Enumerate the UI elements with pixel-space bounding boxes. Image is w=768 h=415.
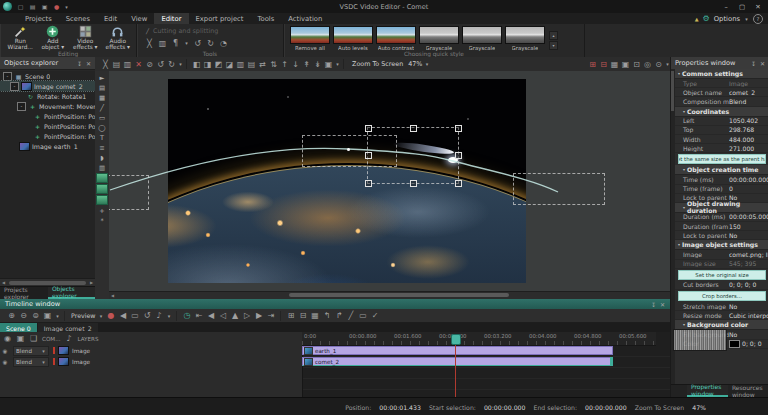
effects-tool-icon[interactable]: ▥ <box>158 38 167 48</box>
more-icon[interactable]: ▾ <box>64 2 69 12</box>
safe-zone-icon[interactable]: ▣ <box>621 59 630 69</box>
undo-icon[interactable]: ↺ <box>156 59 165 69</box>
selection-handle[interactable] <box>410 125 417 132</box>
property-value[interactable]: 00:00:00.000 <box>729 176 768 183</box>
property-value[interactable]: 150 <box>729 223 768 230</box>
insert-row-icon[interactable]: ⊞ <box>287 311 296 321</box>
move-up-icon[interactable]: ↑ <box>280 59 289 69</box>
copy-icon[interactable]: ▤ <box>112 59 121 69</box>
align-top-icon[interactable]: ◩ <box>214 59 223 69</box>
tree-item-pointposition-pointpositio[interactable]: +PointPosition: PointPositio <box>0 121 95 131</box>
scene-tool-icon[interactable]: ▤ <box>97 83 107 92</box>
property-row[interactable]: Object namecomet_2 <box>675 88 768 97</box>
step-back-icon[interactable]: ◁ <box>219 311 228 321</box>
notification-icon[interactable]: ▲ <box>695 16 699 22</box>
frame-view-icon[interactable]: ▣ <box>43 311 52 321</box>
property-value[interactable]: 0; 0; 0 <box>729 340 768 348</box>
color-swatch[interactable] <box>729 340 740 348</box>
property-row[interactable]: TypeImage <box>675 79 768 88</box>
selection-handle[interactable] <box>455 152 462 159</box>
run-wizard-button[interactable]: Run Wizard... <box>6 25 35 50</box>
property-row[interactable]: Time (ms)00:00:00.000 <box>675 175 768 184</box>
property-section-common-settings[interactable]: ▾Common settings <box>675 69 768 79</box>
property-value[interactable]: 298.768 <box>729 126 768 133</box>
tree-item-pointposition-pointpositio[interactable]: +PointPosition: PointPositio <box>0 111 95 121</box>
expander-icon[interactable]: - <box>10 82 19 91</box>
zoom-in-icon[interactable]: ⊕ <box>7 311 16 321</box>
layers-column-icon[interactable]: ❏ <box>29 334 38 344</box>
property-row[interactable]: Resize modeCubic interpolation <box>675 311 768 320</box>
property-value[interactable]: Blend <box>729 98 768 105</box>
menu-tab-scenes[interactable]: Scenes <box>59 13 97 24</box>
property-value[interactable]: No <box>729 331 768 338</box>
jump-end-icon[interactable]: ⇥ <box>267 311 276 321</box>
tab-projects-explorer[interactable]: Projects explorer <box>0 287 48 299</box>
add-image-icon[interactable] <box>96 173 108 183</box>
tree-item-image-comet-2[interactable]: -Image comet_2 <box>0 81 95 91</box>
snap-grid-icon[interactable]: ⊞ <box>588 59 597 69</box>
property-section-object-creation-time[interactable]: ▾Object creation time <box>675 165 768 175</box>
redo-icon[interactable]: ↱ <box>335 311 344 321</box>
property-value[interactable]: Image <box>729 80 768 87</box>
align-left-icon[interactable]: ◧ <box>192 59 201 69</box>
timeline-ruler[interactable]: 0:0000:00.80000:01.60000:02.40000:03.200… <box>302 332 656 346</box>
expander-icon[interactable]: - <box>3 72 12 81</box>
close-icon[interactable]: ✕ <box>84 60 93 67</box>
selection-handle[interactable] <box>455 125 462 132</box>
fit-height-icon[interactable]: ⇅ <box>269 59 278 69</box>
menu-tab-projects[interactable]: Projects <box>18 13 59 24</box>
blend-mode-select[interactable]: Blend▾ <box>13 346 49 356</box>
selection-handle[interactable] <box>455 180 462 187</box>
more-icon[interactable]: ▾ <box>167 311 172 321</box>
pin-icon[interactable]: ↧ <box>749 60 758 67</box>
delete-icon[interactable]: ✕ <box>134 59 143 69</box>
scroll-left-icon[interactable]: ◀ <box>109 293 116 298</box>
property-action-button[interactable]: Set the same size as the parent has <box>678 154 766 164</box>
subtitles-tool-icon[interactable]: ≡ <box>97 143 107 152</box>
redo-icon[interactable]: ↻ <box>167 59 176 69</box>
selection-handle[interactable] <box>365 180 372 187</box>
record-icon[interactable]: ● <box>107 311 116 321</box>
preview-button[interactable]: Preview <box>71 312 96 319</box>
property-section-object-drawing-duration[interactable]: ▾Object drawing duration <box>675 203 768 213</box>
scrollbar-thumb[interactable] <box>289 293 509 297</box>
chart-tool-icon[interactable]: ▥ <box>97 163 107 172</box>
draw-icon[interactable]: ╱ <box>347 311 356 321</box>
erase-icon[interactable]: ▭ <box>359 311 368 321</box>
property-row[interactable]: Time (frame)0 <box>675 185 768 194</box>
clip-comet_2[interactable]: comet_2 <box>302 357 613 366</box>
scroll-left-icon[interactable]: ◀ <box>0 280 7 285</box>
menu-tab-tools[interactable]: Tools <box>251 13 282 24</box>
tree-item-image-earth-1[interactable]: Image earth_1 <box>0 141 95 151</box>
audio-effects-button[interactable]: Audio effects ▾ <box>104 25 133 50</box>
sprite-tool-icon[interactable]: ▦ <box>97 93 107 102</box>
video-effects-button[interactable]: Video effects ▾ <box>71 25 100 50</box>
close-icon[interactable]: ✕ <box>758 60 767 67</box>
property-value[interactable]: No <box>729 232 768 239</box>
zoom-value[interactable]: 47% <box>408 60 422 68</box>
loop-icon[interactable]: ↺ <box>143 311 152 321</box>
pin-icon[interactable]: ↧ <box>75 60 84 67</box>
grid-icon[interactable]: ▦ <box>610 59 619 69</box>
cursor-tool-icon[interactable]: ► <box>97 73 107 82</box>
remove-row-icon[interactable]: ⊟ <box>299 311 308 321</box>
clock-icon[interactable]: ◷ <box>183 311 192 321</box>
align-bottom-icon[interactable]: ◪ <box>225 59 234 69</box>
visibility-icon[interactable]: ◉ <box>0 359 10 365</box>
visibility-column-icon[interactable]: ◉ <box>3 334 12 344</box>
scroll-up-icon[interactable]: ▴ <box>549 31 558 40</box>
new-project-icon[interactable]: ▢ <box>16 2 25 12</box>
playhead-icon[interactable]: ▲ <box>231 311 240 321</box>
ellipse-tool-icon[interactable]: ◯ <box>97 123 107 132</box>
selection-handle[interactable] <box>365 125 372 132</box>
scroll-down-icon[interactable]: ▾ <box>549 41 558 50</box>
animation-tool-icon[interactable]: * <box>97 216 107 225</box>
center-h-icon[interactable]: ▥ <box>236 59 245 69</box>
selection-handle[interactable] <box>365 152 372 159</box>
tree-item-scene-0[interactable]: -▦Scene 0 <box>0 71 95 81</box>
prev-frame-icon[interactable]: ◀ <box>119 311 128 321</box>
tab-properties-window[interactable]: Properties window <box>687 385 728 397</box>
selection-handle[interactable] <box>410 180 417 187</box>
jump-start-icon[interactable]: ⇤ <box>195 311 204 321</box>
property-row[interactable]: Stretch imageNo <box>675 302 768 311</box>
